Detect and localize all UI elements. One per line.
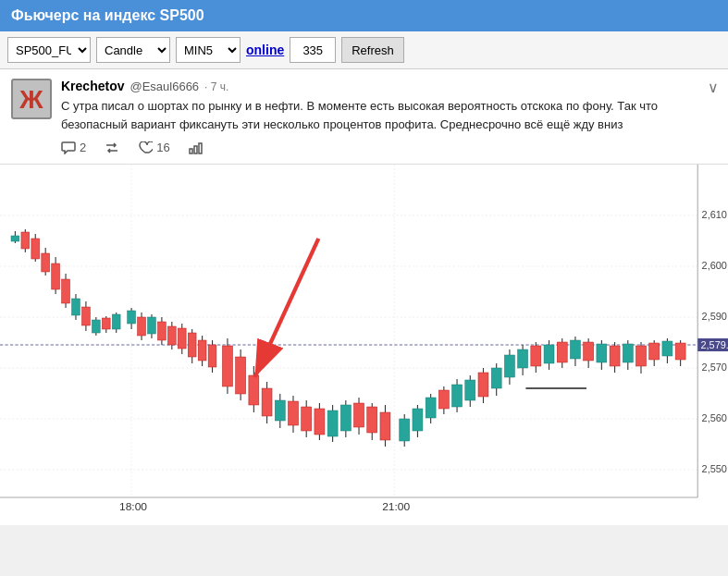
svg-rect-117	[584, 342, 594, 361]
svg-text:2,570.00: 2,570.00	[702, 362, 728, 373]
tweet-header: Krechetov @Esaul6666 · 7 ч.	[61, 79, 717, 93]
svg-rect-72	[289, 401, 299, 425]
svg-rect-110	[544, 345, 554, 363]
svg-rect-60	[208, 345, 216, 367]
svg-rect-106	[518, 349, 528, 368]
retweet-action[interactable]	[105, 141, 119, 154]
svg-rect-84	[367, 407, 377, 433]
svg-rect-100	[478, 373, 488, 397]
svg-rect-62	[222, 346, 232, 386]
svg-rect-125	[636, 346, 647, 366]
svg-rect-86	[380, 412, 390, 440]
svg-rect-129	[662, 341, 672, 356]
svg-rect-123	[623, 344, 633, 362]
svg-rect-92	[426, 398, 436, 418]
svg-rect-24	[21, 232, 30, 249]
svg-text:18:00: 18:00	[119, 501, 147, 511]
svg-rect-28	[42, 253, 50, 272]
svg-rect-119	[597, 344, 607, 362]
svg-rect-3	[199, 143, 202, 153]
svg-rect-44	[128, 311, 136, 324]
symbol-select[interactable]: SP500_FUT	[7, 37, 91, 63]
chart-type-select[interactable]: Candle	[96, 37, 170, 63]
svg-rect-32	[62, 279, 70, 303]
reply-action[interactable]: 2	[61, 141, 86, 154]
svg-rect-121	[610, 346, 620, 366]
tweet-panel: Ж Krechetov @Esaul6666 · 7 ч. С утра пис…	[0, 69, 728, 165]
svg-rect-76	[315, 409, 325, 435]
title-bar: Фьючерс на индекс SP500	[0, 0, 728, 31]
like-action[interactable]: 16	[138, 141, 169, 154]
count-input[interactable]	[290, 37, 336, 63]
svg-rect-96	[452, 385, 463, 407]
svg-rect-115	[570, 340, 580, 359]
svg-rect-2	[194, 146, 197, 153]
svg-rect-78	[327, 411, 338, 436]
svg-rect-88	[400, 419, 410, 441]
svg-text:2,600.00: 2,600.00	[702, 261, 728, 271]
svg-rect-50	[158, 322, 167, 340]
svg-text:Ж: Ж	[19, 85, 43, 114]
svg-rect-131	[675, 343, 685, 360]
reply-count: 2	[80, 141, 86, 154]
svg-rect-40	[102, 318, 110, 329]
svg-rect-42	[112, 314, 120, 329]
refresh-button[interactable]: Refresh	[341, 37, 404, 63]
svg-rect-102	[491, 368, 501, 388]
tweet-time: · 7 ч.	[204, 80, 228, 93]
tweet-content: Krechetov @Esaul6666 · 7 ч. С утра писал…	[61, 79, 717, 154]
svg-rect-46	[138, 317, 146, 336]
svg-rect-66	[249, 375, 259, 405]
svg-rect-52	[167, 326, 176, 345]
tweet-text: С утра писал о шортах по рынку и в нефти…	[61, 97, 717, 133]
svg-rect-22	[11, 236, 19, 241]
svg-rect-90	[413, 409, 423, 431]
svg-rect-34	[72, 299, 80, 315]
interval-select[interactable]: MIN5	[176, 37, 241, 63]
like-count: 16	[156, 141, 169, 154]
svg-rect-48	[148, 317, 156, 334]
svg-text:2,550.00: 2,550.00	[702, 464, 728, 474]
svg-rect-70	[275, 400, 285, 421]
svg-rect-68	[262, 388, 272, 416]
page-title: Фьючерс на индекс SP500	[11, 7, 204, 23]
svg-rect-80	[340, 405, 351, 431]
svg-text:2,610.00: 2,610.00	[702, 210, 728, 220]
svg-rect-54	[178, 328, 186, 349]
tweet-actions: 2 16	[61, 141, 717, 154]
svg-rect-36	[82, 307, 91, 325]
chart-area[interactable]: 2,610.00 2,600.00 2,590.00 2,570.00 2,56…	[0, 165, 728, 525]
online-link[interactable]: online	[246, 43, 284, 57]
svg-rect-26	[31, 239, 40, 259]
stats-action[interactable]	[189, 141, 204, 154]
svg-rect-1	[190, 149, 192, 153]
svg-rect-74	[302, 407, 312, 431]
candlestick-chart: 2,610.00 2,600.00 2,590.00 2,570.00 2,56…	[0, 165, 728, 525]
svg-rect-113	[557, 342, 567, 362]
svg-rect-94	[438, 390, 449, 409]
tweet-username: Krechetov	[61, 79, 124, 93]
svg-rect-30	[52, 263, 60, 289]
svg-rect-108	[531, 346, 541, 366]
avatar: Ж	[11, 79, 52, 119]
toolbar: SP500_FUT Candle MIN5 online Refresh	[0, 31, 728, 69]
svg-rect-104	[504, 355, 514, 377]
chevron-down-icon[interactable]: ∨	[708, 79, 719, 96]
svg-rect-82	[354, 403, 364, 427]
svg-text:2,590.00: 2,590.00	[702, 312, 728, 322]
svg-rect-56	[188, 333, 196, 357]
svg-text:2,560.00: 2,560.00	[702, 413, 728, 423]
svg-rect-127	[649, 343, 660, 360]
svg-rect-98	[465, 380, 475, 400]
svg-rect-58	[198, 340, 206, 361]
svg-text:21:00: 21:00	[382, 501, 410, 511]
svg-rect-64	[236, 357, 246, 394]
svg-rect-38	[92, 320, 100, 333]
tweet-handle: @Esaul6666	[130, 80, 199, 93]
svg-text:2,579.25: 2,579.25	[700, 340, 728, 350]
